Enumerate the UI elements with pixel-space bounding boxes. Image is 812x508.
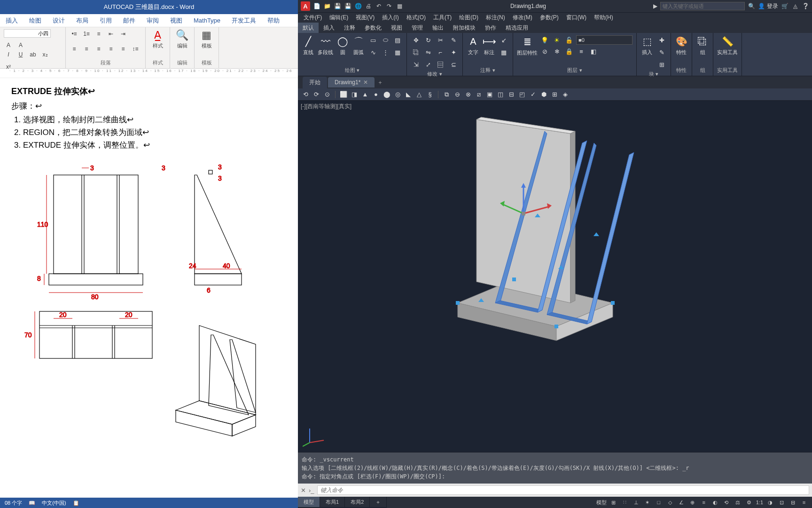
layer-match-icon[interactable]: ≡	[576, 46, 586, 56]
autocad-logo[interactable]: A	[301, 1, 310, 11]
save-icon[interactable]: 💾	[334, 2, 341, 10]
word-tab[interactable]: 审阅	[141, 14, 164, 27]
spline-icon[interactable]: ∿	[368, 47, 378, 57]
ribbon-tab[interactable]: 附加模块	[448, 23, 480, 33]
word-tab[interactable]: 绘图	[23, 14, 47, 27]
surface-icon[interactable]: ◈	[561, 90, 570, 99]
layer-freeze-icon[interactable]: ❄	[552, 46, 562, 56]
styles-button[interactable]: A̲样式	[149, 29, 166, 49]
workspace-icon[interactable]: ⚙	[745, 498, 753, 507]
acad-viewport[interactable]: [-][西南等轴测][真实]	[298, 101, 812, 452]
ribbon-tab[interactable]: 注释	[339, 23, 360, 33]
customize-icon[interactable]: ≡	[800, 498, 808, 507]
doc-tab[interactable]: Drawing1*✕	[328, 77, 375, 87]
arc-button[interactable]: ⌒圆弧	[352, 35, 365, 56]
menu-item[interactable]: 视图(V)	[353, 13, 377, 23]
help-icon[interactable]: ❔	[802, 2, 809, 10]
close-icon[interactable]: ✕	[363, 79, 368, 86]
ellipse-icon[interactable]: ⬭	[380, 35, 390, 45]
search-input[interactable]	[660, 2, 745, 10]
layout-tab[interactable]: 模型	[298, 497, 320, 507]
ribbon-tab[interactable]: 参数化	[360, 23, 386, 33]
lineweight-icon[interactable]: ≡	[700, 498, 708, 507]
sphere-icon[interactable]: ●	[371, 90, 381, 99]
otrack-icon[interactable]: ∠	[677, 498, 686, 507]
menu-item[interactable]: 帮助(H)	[591, 13, 616, 23]
word-tab[interactable]: 引用	[94, 14, 117, 27]
layer-off-icon[interactable]: ⊘	[539, 46, 550, 56]
polyline-button[interactable]: 〰多段线	[318, 35, 333, 56]
word-tab[interactable]: 插入	[0, 14, 23, 27]
layerprop-button[interactable]: ≣图层特性	[517, 35, 538, 56]
bulb-icon[interactable]: 💡	[539, 35, 550, 45]
text-button[interactable]: A文字	[467, 35, 480, 56]
increase-font-icon[interactable]: A	[4, 40, 13, 50]
helix-icon[interactable]: §	[425, 90, 435, 99]
box-icon[interactable]: ⬜	[339, 90, 348, 99]
word-tab[interactable]: MathType	[188, 14, 226, 27]
open-icon[interactable]: 📁	[323, 2, 331, 10]
menu-item[interactable]: 窗口(W)	[563, 13, 589, 23]
dimension-button[interactable]: ⟼标注	[483, 35, 496, 56]
login-button[interactable]: 👤登录	[758, 2, 778, 10]
scale-icon[interactable]: ⤢	[423, 59, 433, 70]
explode-icon[interactable]: ✦	[448, 47, 459, 57]
plot-icon[interactable]: 🖨	[365, 2, 372, 10]
point-icon[interactable]: ⋮	[380, 47, 390, 57]
imprint-icon[interactable]: ◫	[496, 90, 505, 99]
share-icon[interactable]: ▦	[396, 2, 403, 10]
menu-item[interactable]: 编辑(E)	[327, 13, 351, 23]
search-go-icon[interactable]: 🔍	[748, 2, 755, 10]
menu-item[interactable]: 标注(N)	[483, 13, 508, 23]
erase-icon[interactable]: ✎	[448, 35, 459, 45]
layout-tab[interactable]: 布局2	[345, 497, 370, 507]
layer-select[interactable]: ■ 0	[576, 35, 632, 45]
move-icon[interactable]: ✥	[411, 35, 421, 45]
osnap-icon[interactable]: □	[655, 498, 663, 507]
extrude-icon[interactable]: ◨	[350, 90, 359, 99]
multilevel-list-icon[interactable]: ≡	[94, 29, 103, 39]
word-tab[interactable]: 帮助	[262, 14, 285, 27]
transparency-icon[interactable]: ◐	[711, 498, 719, 507]
subtract-icon[interactable]: ⊖	[453, 90, 462, 99]
3dosnap-icon[interactable]: ◇	[666, 498, 674, 507]
ribbon-tab[interactable]: 视图	[386, 23, 407, 33]
attr-icon[interactable]: ⊞	[656, 59, 667, 70]
create-block-icon[interactable]: ✚	[656, 35, 667, 45]
spellcheck-icon[interactable]: 📖	[29, 500, 35, 506]
circle-button[interactable]: ◯圆	[336, 35, 349, 56]
utilities-button[interactable]: 📏实用工具	[717, 35, 738, 56]
lock-icon[interactable]: 🔓	[564, 35, 574, 45]
hatch-icon[interactable]: ▨	[392, 35, 403, 45]
web-icon[interactable]: 🌐	[354, 2, 362, 10]
number-list-icon[interactable]: 1≡	[82, 29, 91, 39]
new-tab-button[interactable]: ＋	[375, 79, 385, 87]
word-tab[interactable]: 设计	[47, 14, 70, 27]
word-tab[interactable]: 邮件	[117, 14, 141, 27]
menu-item[interactable]: 文件(F)	[301, 13, 325, 23]
mirror-icon[interactable]: ⇋	[423, 47, 433, 57]
redo-icon[interactable]: ↷	[385, 2, 393, 10]
cycle-icon[interactable]: ⟲	[722, 498, 731, 507]
status-model[interactable]: 模型	[596, 499, 607, 506]
menu-item[interactable]: 工具(T)	[430, 13, 454, 23]
word-tab[interactable]: 视图	[164, 14, 188, 27]
separate-icon[interactable]: ⊟	[507, 90, 516, 99]
rect-icon[interactable]: ▭	[368, 35, 378, 45]
pyramid-icon[interactable]: △	[414, 90, 424, 99]
template-button[interactable]: ▦模板	[198, 29, 215, 49]
close-cmdline-icon[interactable]: ✕	[301, 487, 306, 494]
trim-icon[interactable]: ✂	[435, 35, 445, 45]
decrease-indent-icon[interactable]: ⇤	[106, 29, 116, 39]
ribbon-tab[interactable]: 协作	[480, 23, 501, 33]
saveas-icon[interactable]: 💾	[344, 2, 351, 10]
decrease-font-icon[interactable]: A	[16, 40, 25, 50]
distribute-icon[interactable]: ≡	[118, 44, 128, 54]
slice-icon[interactable]: ⧄	[474, 90, 484, 99]
track-changes-icon[interactable]: 📋	[73, 500, 79, 506]
shell-icon[interactable]: ◰	[517, 90, 527, 99]
edit-block-icon[interactable]: ✎	[656, 47, 667, 57]
group-button[interactable]: ⿻组	[696, 35, 709, 56]
line-spacing-icon[interactable]: ↕≡	[131, 44, 140, 54]
menu-item[interactable]: 参数(P)	[537, 13, 562, 23]
